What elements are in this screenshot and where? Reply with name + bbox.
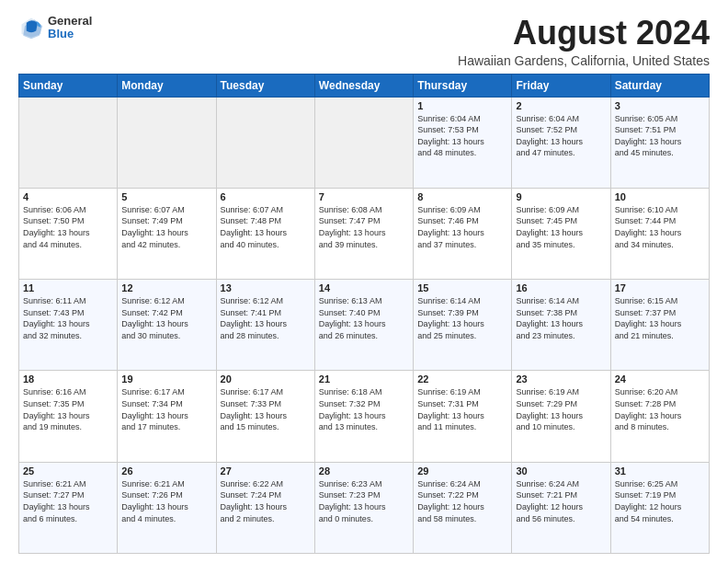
day-number: 5 bbox=[121, 191, 211, 202]
calendar-cell: 20Sunrise: 6:17 AM Sunset: 7:33 PM Dayli… bbox=[216, 371, 314, 462]
calendar-cell: 10Sunrise: 6:10 AM Sunset: 7:44 PM Dayli… bbox=[610, 188, 709, 279]
weekday-header-row: SundayMondayTuesdayWednesdayThursdayFrid… bbox=[19, 74, 710, 97]
day-number: 19 bbox=[121, 373, 211, 385]
day-detail: Sunrise: 6:24 AM Sunset: 7:21 PM Dayligh… bbox=[516, 478, 606, 524]
calendar-cell: 24Sunrise: 6:20 AM Sunset: 7:28 PM Dayli… bbox=[610, 371, 709, 462]
calendar-cell: 14Sunrise: 6:13 AM Sunset: 7:40 PM Dayli… bbox=[314, 280, 413, 371]
day-number: 12 bbox=[121, 282, 211, 293]
day-number: 15 bbox=[417, 282, 507, 293]
calendar-body: 1Sunrise: 6:04 AM Sunset: 7:53 PM Daylig… bbox=[19, 97, 710, 553]
calendar-cell: 3Sunrise: 6:05 AM Sunset: 7:51 PM Daylig… bbox=[610, 97, 709, 188]
day-detail: Sunrise: 6:07 AM Sunset: 7:49 PM Dayligh… bbox=[121, 204, 211, 250]
day-detail: Sunrise: 6:20 AM Sunset: 7:28 PM Dayligh… bbox=[615, 386, 705, 432]
day-number: 30 bbox=[516, 465, 606, 477]
main-title: August 2024 bbox=[458, 15, 710, 52]
day-number: 22 bbox=[417, 373, 507, 385]
day-number: 25 bbox=[23, 465, 113, 477]
day-number: 31 bbox=[615, 465, 705, 477]
logo-general-label: General bbox=[48, 15, 92, 28]
calendar-cell: 27Sunrise: 6:22 AM Sunset: 7:24 PM Dayli… bbox=[216, 462, 314, 553]
logo: General Blue bbox=[18, 15, 92, 41]
calendar-cell bbox=[118, 97, 216, 188]
day-detail: Sunrise: 6:04 AM Sunset: 7:53 PM Dayligh… bbox=[417, 113, 507, 159]
calendar-cell: 2Sunrise: 6:04 AM Sunset: 7:52 PM Daylig… bbox=[512, 97, 610, 188]
calendar-cell: 7Sunrise: 6:08 AM Sunset: 7:47 PM Daylig… bbox=[314, 188, 413, 279]
calendar-cell: 4Sunrise: 6:06 AM Sunset: 7:50 PM Daylig… bbox=[19, 188, 118, 279]
weekday-header-sunday: Sunday bbox=[19, 74, 118, 97]
day-detail: Sunrise: 6:21 AM Sunset: 7:26 PM Dayligh… bbox=[121, 478, 211, 524]
day-number: 20 bbox=[221, 373, 311, 385]
day-number: 9 bbox=[516, 191, 606, 202]
day-detail: Sunrise: 6:12 AM Sunset: 7:42 PM Dayligh… bbox=[121, 295, 211, 341]
day-detail: Sunrise: 6:17 AM Sunset: 7:34 PM Dayligh… bbox=[121, 386, 211, 432]
weekday-header-saturday: Saturday bbox=[610, 74, 709, 97]
calendar-cell: 17Sunrise: 6:15 AM Sunset: 7:37 PM Dayli… bbox=[610, 280, 709, 371]
day-detail: Sunrise: 6:06 AM Sunset: 7:50 PM Dayligh… bbox=[23, 204, 113, 250]
day-number: 8 bbox=[417, 191, 507, 202]
day-number: 17 bbox=[615, 282, 705, 293]
calendar-cell bbox=[216, 97, 314, 188]
calendar-cell: 13Sunrise: 6:12 AM Sunset: 7:41 PM Dayli… bbox=[216, 280, 314, 371]
day-detail: Sunrise: 6:24 AM Sunset: 7:22 PM Dayligh… bbox=[417, 478, 507, 524]
day-number: 18 bbox=[23, 373, 113, 385]
day-number: 3 bbox=[615, 100, 705, 111]
day-number: 26 bbox=[121, 465, 211, 477]
weekday-header-tuesday: Tuesday bbox=[216, 74, 314, 97]
day-detail: Sunrise: 6:08 AM Sunset: 7:47 PM Dayligh… bbox=[319, 204, 409, 250]
calendar-table: SundayMondayTuesdayWednesdayThursdayFrid… bbox=[18, 74, 710, 554]
day-detail: Sunrise: 6:14 AM Sunset: 7:39 PM Dayligh… bbox=[417, 295, 507, 341]
day-number: 6 bbox=[221, 191, 311, 202]
day-detail: Sunrise: 6:22 AM Sunset: 7:24 PM Dayligh… bbox=[221, 478, 311, 524]
day-detail: Sunrise: 6:25 AM Sunset: 7:19 PM Dayligh… bbox=[615, 478, 705, 524]
day-number: 2 bbox=[516, 100, 606, 111]
day-number: 23 bbox=[516, 373, 606, 385]
calendar-cell: 8Sunrise: 6:09 AM Sunset: 7:46 PM Daylig… bbox=[414, 188, 512, 279]
calendar-cell: 22Sunrise: 6:19 AM Sunset: 7:31 PM Dayli… bbox=[414, 371, 512, 462]
day-detail: Sunrise: 6:09 AM Sunset: 7:45 PM Dayligh… bbox=[516, 204, 606, 250]
day-detail: Sunrise: 6:19 AM Sunset: 7:31 PM Dayligh… bbox=[417, 386, 507, 432]
calendar-cell: 28Sunrise: 6:23 AM Sunset: 7:23 PM Dayli… bbox=[314, 462, 413, 553]
logo-icon bbox=[18, 15, 44, 40]
day-number: 16 bbox=[516, 282, 606, 293]
day-detail: Sunrise: 6:09 AM Sunset: 7:46 PM Dayligh… bbox=[417, 204, 507, 250]
day-number: 11 bbox=[23, 282, 113, 293]
day-detail: Sunrise: 6:10 AM Sunset: 7:44 PM Dayligh… bbox=[615, 204, 705, 250]
weekday-header-friday: Friday bbox=[512, 74, 610, 97]
calendar-cell: 29Sunrise: 6:24 AM Sunset: 7:22 PM Dayli… bbox=[414, 462, 512, 553]
calendar-cell: 26Sunrise: 6:21 AM Sunset: 7:26 PM Dayli… bbox=[118, 462, 216, 553]
calendar-cell: 18Sunrise: 6:16 AM Sunset: 7:35 PM Dayli… bbox=[19, 371, 118, 462]
day-detail: Sunrise: 6:07 AM Sunset: 7:48 PM Dayligh… bbox=[221, 204, 311, 250]
calendar-cell: 23Sunrise: 6:19 AM Sunset: 7:29 PM Dayli… bbox=[512, 371, 610, 462]
day-number: 27 bbox=[221, 465, 311, 477]
day-detail: Sunrise: 6:12 AM Sunset: 7:41 PM Dayligh… bbox=[221, 295, 311, 341]
header: General Blue August 2024 Hawaiian Garden… bbox=[18, 15, 710, 68]
day-detail: Sunrise: 6:11 AM Sunset: 7:43 PM Dayligh… bbox=[23, 295, 113, 341]
day-number: 10 bbox=[615, 191, 705, 202]
day-number: 24 bbox=[615, 373, 705, 385]
day-detail: Sunrise: 6:17 AM Sunset: 7:33 PM Dayligh… bbox=[221, 386, 311, 432]
day-detail: Sunrise: 6:15 AM Sunset: 7:37 PM Dayligh… bbox=[615, 295, 705, 341]
day-detail: Sunrise: 6:14 AM Sunset: 7:38 PM Dayligh… bbox=[516, 295, 606, 341]
calendar-cell bbox=[314, 97, 413, 188]
day-detail: Sunrise: 6:19 AM Sunset: 7:29 PM Dayligh… bbox=[516, 386, 606, 432]
day-detail: Sunrise: 6:23 AM Sunset: 7:23 PM Dayligh… bbox=[319, 478, 409, 524]
logo-text: General Blue bbox=[48, 15, 92, 41]
calendar-cell: 12Sunrise: 6:12 AM Sunset: 7:42 PM Dayli… bbox=[118, 280, 216, 371]
calendar-cell: 9Sunrise: 6:09 AM Sunset: 7:45 PM Daylig… bbox=[512, 188, 610, 279]
day-detail: Sunrise: 6:13 AM Sunset: 7:40 PM Dayligh… bbox=[319, 295, 409, 341]
weekday-header-wednesday: Wednesday bbox=[314, 74, 413, 97]
day-number: 29 bbox=[417, 465, 507, 477]
calendar-week-2: 11Sunrise: 6:11 AM Sunset: 7:43 PM Dayli… bbox=[19, 280, 710, 371]
day-number: 14 bbox=[319, 282, 409, 293]
day-number: 7 bbox=[319, 191, 409, 202]
calendar-cell: 1Sunrise: 6:04 AM Sunset: 7:53 PM Daylig… bbox=[414, 97, 512, 188]
day-number: 21 bbox=[319, 373, 409, 385]
day-detail: Sunrise: 6:16 AM Sunset: 7:35 PM Dayligh… bbox=[23, 386, 113, 432]
weekday-header-thursday: Thursday bbox=[414, 74, 512, 97]
calendar-cell: 16Sunrise: 6:14 AM Sunset: 7:38 PM Dayli… bbox=[512, 280, 610, 371]
calendar-cell: 30Sunrise: 6:24 AM Sunset: 7:21 PM Dayli… bbox=[512, 462, 610, 553]
day-detail: Sunrise: 6:05 AM Sunset: 7:51 PM Dayligh… bbox=[615, 113, 705, 159]
calendar-cell: 15Sunrise: 6:14 AM Sunset: 7:39 PM Dayli… bbox=[414, 280, 512, 371]
day-detail: Sunrise: 6:21 AM Sunset: 7:27 PM Dayligh… bbox=[23, 478, 113, 524]
page: General Blue August 2024 Hawaiian Garden… bbox=[0, 0, 728, 563]
